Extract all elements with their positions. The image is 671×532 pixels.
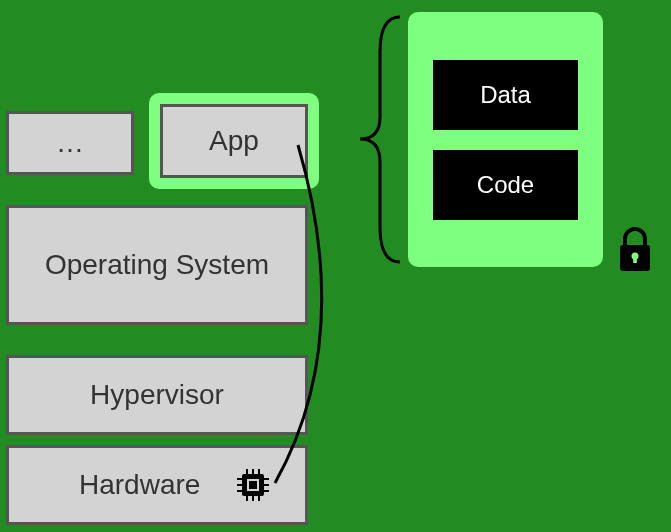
enclave-panel: Data Code	[408, 12, 603, 267]
enclave-data-label: Data	[480, 81, 531, 109]
ellipsis-label: …	[56, 127, 84, 159]
chip-icon	[233, 465, 273, 505]
app-label: App	[209, 125, 259, 157]
os-box: Operating System	[6, 205, 308, 325]
enclave-code-box: Code	[433, 150, 578, 220]
svg-rect-2	[633, 256, 637, 263]
hypervisor-box: Hypervisor	[6, 355, 308, 435]
enclave-data-box: Data	[433, 60, 578, 130]
os-label: Operating System	[45, 249, 269, 281]
svg-rect-3	[242, 474, 264, 496]
ellipsis-box: …	[6, 111, 134, 175]
lock-icon	[615, 225, 655, 275]
app-box: App	[160, 104, 308, 178]
hardware-label: Hardware	[79, 469, 200, 501]
enclave-code-label: Code	[477, 171, 534, 199]
hypervisor-label: Hypervisor	[90, 379, 224, 411]
brace-icon	[350, 12, 405, 267]
